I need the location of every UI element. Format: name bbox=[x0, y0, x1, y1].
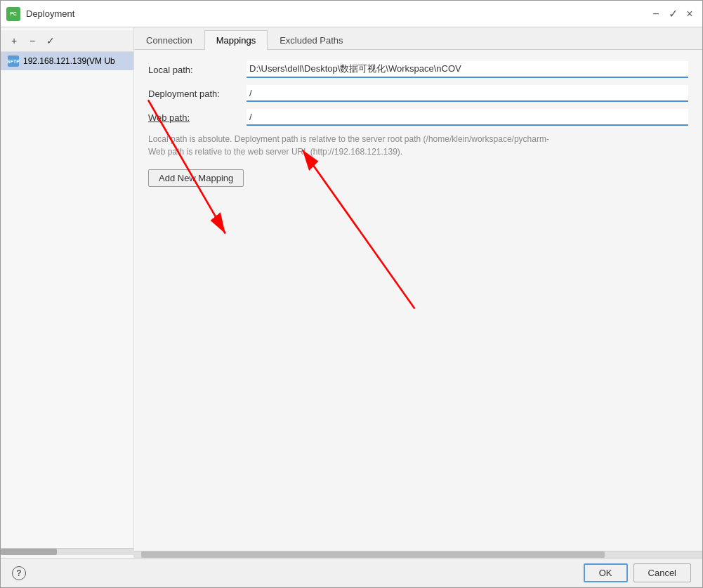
mappings-panel: Local path: Deployment path: Web path: L… bbox=[134, 50, 702, 551]
cancel-button[interactable]: Cancel bbox=[633, 563, 691, 582]
main-content: + − ✓ SFTP 192.168.121.139(VM Ub Connect… bbox=[1, 27, 702, 558]
sidebar-scroll-thumb[interactable] bbox=[1, 549, 57, 555]
deployment-path-label: Deployment path: bbox=[148, 89, 247, 99]
ok-button[interactable]: OK bbox=[584, 563, 628, 582]
server-label: 192.168.121.139(VM Ub bbox=[23, 56, 115, 66]
sidebar: + − ✓ SFTP 192.168.121.139(VM Ub bbox=[1, 27, 134, 558]
check-button[interactable]: ✓ bbox=[666, 7, 680, 21]
sftp-icon: SFTP bbox=[8, 55, 19, 67]
close-button[interactable]: × bbox=[683, 7, 697, 21]
help-section: ? bbox=[12, 566, 26, 580]
minimize-button[interactable]: − bbox=[649, 7, 663, 21]
local-path-label: Local path: bbox=[148, 65, 247, 75]
web-path-row: Web path: bbox=[148, 109, 688, 126]
deployment-path-row: Deployment path: bbox=[148, 85, 688, 102]
bottom-bar: ? OK Cancel bbox=[1, 558, 702, 587]
dialog-buttons: OK Cancel bbox=[584, 563, 691, 582]
deployment-dialog: PC Deployment − ✓ × + − ✓ SFTP 192.168.1… bbox=[0, 0, 703, 588]
local-path-input[interactable] bbox=[247, 61, 688, 78]
svg-line-3 bbox=[303, 150, 415, 309]
add-server-button[interactable]: + bbox=[6, 33, 22, 48]
confirm-server-button[interactable]: ✓ bbox=[43, 33, 58, 48]
web-path-label: Web path: bbox=[148, 112, 247, 123]
tab-bar: Connection Mappings Excluded Paths bbox=[134, 27, 702, 50]
web-path-input[interactable] bbox=[247, 109, 688, 126]
app-icon: PC bbox=[6, 7, 20, 21]
sidebar-scrollbar[interactable] bbox=[1, 548, 133, 555]
server-item[interactable]: SFTP 192.168.121.139(VM Ub bbox=[1, 52, 133, 70]
info-text: Local path is absolute. Deployment path … bbox=[148, 133, 688, 158]
window-controls: − ✓ × bbox=[649, 7, 697, 21]
tab-connection[interactable]: Connection bbox=[134, 30, 204, 50]
tab-mappings[interactable]: Mappings bbox=[204, 30, 268, 50]
main-scrollbar[interactable] bbox=[134, 551, 702, 558]
title-bar: PC Deployment − ✓ × bbox=[1, 1, 702, 27]
add-mapping-button[interactable]: Add New Mapping bbox=[148, 169, 244, 187]
tab-excluded-paths[interactable]: Excluded Paths bbox=[268, 30, 355, 50]
local-path-row: Local path: bbox=[148, 61, 688, 78]
settings-panel: Connection Mappings Excluded Paths Local… bbox=[134, 27, 702, 558]
sidebar-toolbar: + − ✓ bbox=[1, 30, 133, 52]
main-scroll-thumb[interactable] bbox=[141, 551, 605, 558]
help-button[interactable]: ? bbox=[12, 566, 26, 580]
remove-server-button[interactable]: − bbox=[25, 33, 40, 48]
window-title: Deployment bbox=[26, 8, 643, 19]
deployment-path-input[interactable] bbox=[247, 85, 688, 102]
